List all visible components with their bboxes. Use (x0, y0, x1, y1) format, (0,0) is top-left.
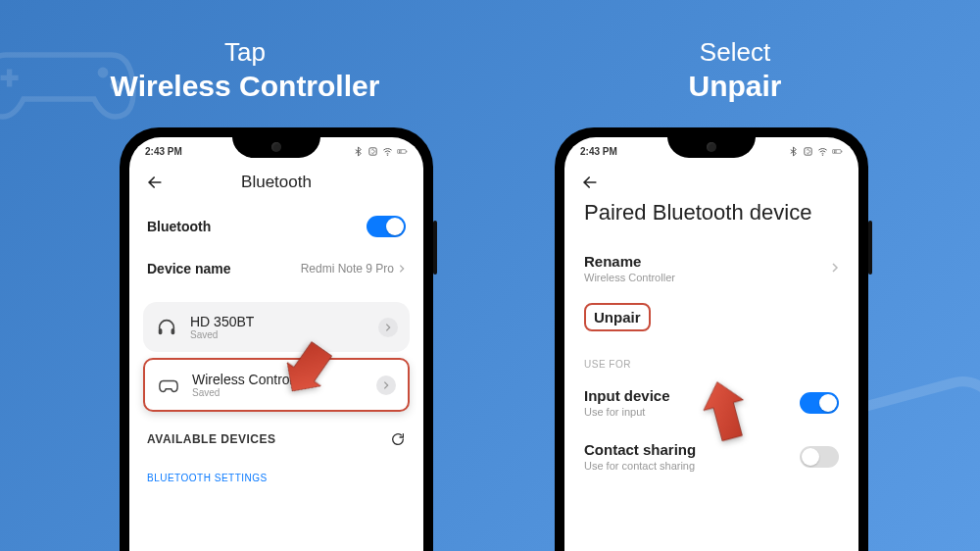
svg-rect-10 (172, 327, 175, 333)
caption-right-line2: Unpair (490, 70, 980, 103)
svg-rect-14 (842, 150, 843, 151)
svg-rect-7 (407, 150, 408, 151)
rename-label: Rename (584, 253, 675, 270)
contact-sharing-toggle[interactable] (800, 446, 839, 468)
bluetooth-toggle-row[interactable]: Bluetooth (129, 204, 423, 249)
page-title: Paired Bluetooth device (564, 196, 858, 241)
unpair-row[interactable]: Unpair (564, 295, 858, 339)
phone-notch (667, 137, 756, 158)
rename-row[interactable]: Rename Wireless Controller (564, 241, 858, 295)
instruction-captions: Tap Wireless Controller Select Unpair (0, 37, 980, 103)
phone-mockup-left: 2:43 PM 60 Bluetooth Bluetooth Device na… (120, 127, 433, 551)
header-row (564, 165, 858, 196)
chevron-right-icon (831, 260, 839, 277)
device-name-label: Device name (147, 261, 231, 276)
bluetooth-icon (788, 146, 799, 157)
battery-icon: 60 (397, 146, 408, 157)
headphones-icon (155, 316, 178, 339)
phone-mockup-right: 2:43 PM 60 Paired Bluetooth device Renam… (555, 127, 868, 551)
refresh-icon (390, 431, 406, 447)
device-details-button[interactable] (376, 376, 396, 395)
caption-left-line1: Tap (0, 37, 490, 68)
back-arrow-icon (580, 173, 600, 192)
rotate-icon (368, 146, 378, 157)
status-time: 2:43 PM (580, 146, 617, 157)
rename-value: Wireless Controller (584, 272, 675, 283)
bluetooth-label: Bluetooth (147, 219, 211, 234)
device-name: HD 350BT (190, 314, 378, 329)
gamepad-icon (157, 374, 180, 397)
unpair-button[interactable]: Unpair (584, 303, 651, 331)
chevron-right-icon (382, 380, 390, 390)
device-details-button[interactable] (378, 318, 398, 337)
caption-left-line2: Wireless Controller (0, 70, 490, 103)
bluetooth-icon (353, 146, 364, 157)
phone-notch (232, 137, 320, 158)
svg-text:60: 60 (399, 149, 402, 153)
screen-paired-device: 2:43 PM 60 Paired Bluetooth device Renam… (564, 137, 858, 551)
svg-point-12 (822, 154, 823, 155)
contact-sharing-sub: Use for contact sharing (584, 460, 696, 472)
chevron-right-icon (384, 323, 392, 332)
screen-bluetooth-list: 2:43 PM 60 Bluetooth Bluetooth Device na… (129, 137, 423, 551)
status-icons: 60 (788, 146, 843, 157)
caption-right-line1: Select (490, 37, 980, 68)
contact-sharing-label: Contact sharing (584, 441, 696, 458)
phone-side-button (868, 221, 872, 275)
svg-rect-9 (159, 327, 163, 333)
input-device-label: Input device (584, 387, 670, 404)
device-item-hd350bt[interactable]: HD 350BT Saved (143, 302, 410, 352)
svg-rect-4 (369, 147, 376, 154)
page-title: Bluetooth (145, 173, 408, 192)
wifi-icon (382, 146, 393, 157)
status-time: 2:43 PM (145, 146, 182, 157)
input-device-sub: Use for input (584, 406, 670, 418)
svg-point-5 (387, 154, 388, 155)
use-for-header: USE FOR (564, 339, 858, 376)
back-button[interactable] (580, 173, 600, 192)
rotate-icon (803, 146, 813, 157)
header-row: Bluetooth (129, 165, 423, 204)
device-name-value: Redmi Note 9 Pro (301, 262, 406, 276)
svg-text:60: 60 (834, 149, 837, 153)
battery-icon: 60 (832, 146, 843, 157)
chevron-right-icon (398, 264, 406, 274)
bluetooth-toggle[interactable] (367, 216, 406, 237)
refresh-button[interactable] (390, 431, 406, 447)
input-device-toggle[interactable] (800, 392, 839, 414)
status-icons: 60 (353, 146, 408, 157)
phone-side-button (433, 221, 437, 275)
available-devices-header: AVAILABLE DEVICES (129, 418, 423, 455)
device-status: Saved (190, 329, 378, 340)
bluetooth-settings-header[interactable]: BLUETOOTH SETTINGS (129, 455, 423, 483)
svg-rect-11 (805, 147, 811, 154)
wifi-icon (817, 146, 828, 157)
device-name-row[interactable]: Device name Redmi Note 9 Pro (129, 249, 423, 288)
